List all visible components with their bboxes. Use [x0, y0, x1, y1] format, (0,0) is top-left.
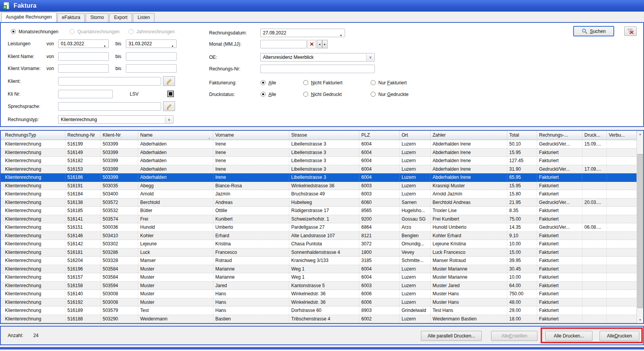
sprechsprache-edit-button[interactable] [163, 101, 175, 111]
sprechsprache-input[interactable] [58, 102, 161, 111]
vertical-scrollbar[interactable]: ▲ ▼ [637, 131, 643, 323]
sort-ascending-icon: ▲ [208, 134, 210, 140]
table-row[interactable]: Klientenrechnung516189503579TestHansDorf… [1, 306, 637, 315]
table-row[interactable]: Klientenrechnung516151500036HunoldUmbert… [1, 223, 637, 232]
monat-clear-button[interactable]: ✕ [307, 40, 316, 48]
scroll-down-button[interactable]: ▼ [637, 317, 643, 323]
table-row[interactable]: Klientenrechnung516199503399AbderhaldenI… [1, 140, 637, 149]
table-row[interactable]: Klientenrechnung516149503399AbderhaldenI… [1, 149, 637, 157]
table-row[interactable]: Klientenrechnung516146503410KohlerErhard… [1, 232, 637, 240]
column-header[interactable]: PLZ [359, 131, 400, 140]
radio-druckstatus-alle[interactable] [261, 92, 266, 97]
tab-storno[interactable]: Storno [86, 13, 108, 22]
column-header[interactable]: RechnungsTyp [3, 131, 65, 140]
column-header[interactable]: Rechnungs-... [537, 131, 582, 140]
tab-listen[interactable]: Listen [133, 13, 155, 22]
column-header[interactable]: Zahler [431, 131, 507, 140]
tab-efaktura[interactable]: eFaktura [57, 13, 85, 22]
table-row[interactable]: Klientenrechnung516185503532BütlerOttili… [1, 207, 637, 215]
rechnungstyp-combo[interactable]: Klientenrechnung ∨ [58, 115, 173, 124]
klient-edit-button[interactable] [163, 76, 175, 86]
column-header[interactable]: Verbu... [607, 131, 637, 140]
table-row[interactable]: Klientenrechnung516191503035AbeggBiance-… [1, 182, 637, 190]
cell: 503399 [101, 149, 138, 157]
cell: 10.00 [507, 240, 537, 248]
radio-fakturierung-nur[interactable] [371, 80, 376, 85]
cell: Luzern [400, 165, 431, 173]
radio-druckstatus-nur[interactable] [371, 92, 376, 97]
table-row[interactable]: Klientenrechnung516138503572BerchtoldAnd… [1, 199, 637, 207]
tab-export[interactable]: Export [109, 13, 132, 22]
monat-input[interactable] [260, 40, 307, 48]
radio-monatsrechnungen[interactable] [11, 29, 16, 34]
scrollbar-thumb[interactable] [637, 154, 643, 308]
rechnungs-nr-input[interactable] [260, 65, 375, 73]
cell: 503399 [101, 140, 138, 148]
table-row[interactable]: Klientenrechnung516153503399AbderhaldenI… [1, 165, 637, 174]
radio-jahresrechnungen[interactable] [129, 29, 134, 34]
radio-quartalsrechnungen[interactable] [70, 29, 75, 34]
table-row[interactable]: Klientenrechnung516192503008MusterHansWi… [1, 298, 637, 307]
column-header[interactable]: Rechnung-Nr [65, 131, 101, 140]
alle-parallell-drucken-button[interactable]: Alle parallell Drucken... [421, 331, 482, 341]
table-row[interactable]: Klientenrechnung516204503328ManserRotrau… [1, 257, 637, 265]
clear-filter-button[interactable] [624, 26, 637, 36]
radio-fakturierung-nicht[interactable] [303, 80, 308, 85]
column-header[interactable]: Klient-Nr [101, 131, 138, 140]
table-row[interactable]: Klientenrechnung516182503399AbderhaldenI… [1, 157, 637, 165]
tab-ausgabe-rechnungen[interactable]: Ausgabe Rechnungen [1, 12, 57, 22]
lsv-checkbox[interactable] [167, 91, 174, 97]
cell: Kranichweg 3/133 [289, 257, 359, 265]
column-header[interactable]: Total [507, 131, 537, 140]
radio-fakturierung-alle[interactable] [261, 80, 266, 85]
cell: Klientenrechnung [3, 157, 65, 165]
cell: Muster Jared [431, 282, 507, 290]
column-header[interactable]: Vorname [213, 131, 289, 140]
cell [582, 190, 607, 198]
monat-spin-up-button[interactable]: ► [322, 40, 328, 48]
cell: Irene [213, 157, 289, 165]
klient-vorname-von-input[interactable] [58, 64, 109, 73]
cell: Kantonstrasse 5 [289, 282, 359, 290]
cell: 8121 [359, 232, 400, 240]
column-header[interactable]: Strasse [289, 131, 359, 140]
suchen-button[interactable]: Suchen [573, 26, 614, 36]
cell: Klientenrechnung [3, 290, 65, 298]
scroll-up-button[interactable]: ▲ [637, 131, 643, 137]
table-row[interactable]: Klientenrechnung516142503302LejeuneKrist… [1, 240, 637, 248]
column-header[interactable]: Druck... [582, 131, 607, 140]
table-row[interactable]: Klientenrechnung516158503594MusterJaredK… [1, 282, 637, 290]
cell: Muster Marianne [431, 265, 507, 273]
table-row[interactable]: Klientenrechnung516188503290WeidenmannBa… [1, 315, 637, 324]
oe-combo[interactable]: Altersresidenz Meerblick ∨ [260, 53, 375, 62]
chevron-down-icon: ∨ [366, 54, 374, 61]
table-row[interactable]: Klientenrechnung516140503008MusterHansWi… [1, 290, 637, 298]
cell: Klientenrechnung [3, 140, 65, 148]
alle-drucken-button[interactable]: Alle Drucken [599, 331, 639, 341]
radio-druckstatus-nicht[interactable] [303, 92, 308, 97]
column-header[interactable]: Ort [400, 131, 431, 140]
klient-vorname-bis-input[interactable] [126, 64, 177, 73]
cell: 6004 [359, 273, 400, 281]
cell: 50.10 [507, 140, 537, 148]
cell: Hugelsho... [400, 207, 431, 215]
table-row[interactable]: Klientenrechnung516186503399AbderhaldenI… [1, 173, 637, 182]
cell: Sonnenhaldenstrasse 4 [289, 248, 359, 257]
table-row[interactable]: Klientenrechnung516184503400ArnoldJazmín… [1, 190, 637, 199]
monat-spin-down-button[interactable]: ◄ [317, 40, 322, 48]
klient-name-von-input[interactable] [58, 52, 109, 61]
cell: Klientenrechnung [3, 248, 65, 257]
table-row[interactable]: Klientenrechnung516196503584MusterMarian… [1, 265, 637, 274]
klient-input[interactable] [58, 77, 161, 86]
table-row[interactable]: Klientenrechnung516141503574FreiKunibert… [1, 215, 637, 224]
leistungen-bis-date-combo[interactable]: 31.03.2022▼ [126, 39, 177, 48]
kli-nr-input[interactable] [58, 90, 113, 98]
leistungen-von-date-combo[interactable]: 01.03.2022▼ [58, 39, 109, 48]
column-header[interactable]: Name▲ [138, 131, 213, 140]
table-row[interactable]: Klientenrechnung516157503584MusterMarian… [1, 273, 637, 282]
alle-drucken-dots-button[interactable]: Alle Drucken... [545, 331, 592, 341]
table-row[interactable]: Klientenrechnung516181503286LuckFrancesc… [1, 248, 637, 257]
rechnungsdatum-combo[interactable]: 27.09.2022▼ [260, 29, 345, 37]
klient-name-bis-input[interactable] [126, 52, 177, 61]
alle-erstellen-button[interactable]: Alle Erstellen [491, 331, 538, 341]
